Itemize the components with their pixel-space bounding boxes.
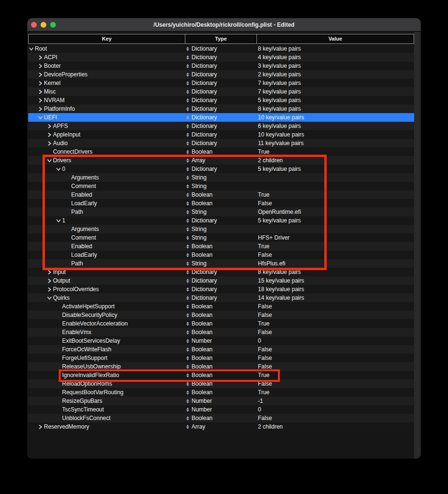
table-row[interactable]: ForceOcWriteFlash Boolean False: [28, 345, 414, 354]
table-row[interactable]: DeviceProperties Dictionary 2 key/value …: [28, 70, 414, 79]
table-row[interactable]: LoadEarly Boolean False: [28, 199, 414, 208]
table-row[interactable]: ExitBootServicesDelay Number 0: [28, 336, 414, 345]
table-row[interactable]: PlatformInfo Dictionary 8 key/value pair…: [28, 105, 414, 113]
value-label[interactable]: False: [258, 329, 272, 336]
value-label[interactable]: 8 key/value pairs: [258, 269, 301, 275]
value-label[interactable]: 5 key/value pairs: [258, 166, 301, 172]
updown-stepper-icon[interactable]: [186, 116, 189, 120]
table-row[interactable]: DisableSecurityPolicy Boolean False: [28, 311, 414, 319]
value-label[interactable]: 2 children: [258, 157, 283, 164]
chevron-right-icon[interactable]: [47, 270, 52, 274]
updown-stepper-icon[interactable]: [186, 253, 189, 257]
chevron-right-icon[interactable]: [47, 287, 52, 292]
updown-stepper-icon[interactable]: [186, 158, 189, 163]
table-row[interactable]: Root Dictionary 8 key/value pairs: [28, 44, 414, 53]
table-row[interactable]: ResizeGpuBars Number -1: [28, 397, 414, 405]
table-row[interactable]: UEFI Dictionary 10 key/value pairs: [28, 113, 414, 122]
updown-stepper-icon[interactable]: [186, 322, 189, 326]
table-row[interactable]: Enabled Boolean True: [28, 242, 414, 251]
updown-stepper-icon[interactable]: [186, 141, 189, 146]
table-row[interactable]: LoadEarly Boolean False: [28, 251, 414, 259]
table-row[interactable]: Audio Dictionary 11 key/value pairs: [28, 139, 414, 147]
value-label[interactable]: 0: [258, 337, 261, 344]
updown-stepper-icon[interactable]: [186, 55, 189, 60]
updown-stepper-icon[interactable]: [186, 201, 189, 206]
value-label[interactable]: 3 key/value pairs: [258, 63, 301, 69]
updown-stepper-icon[interactable]: [186, 193, 189, 197]
table-row[interactable]: Enabled Boolean True: [28, 190, 414, 199]
updown-stepper-icon[interactable]: [186, 399, 189, 403]
chevron-right-icon[interactable]: [38, 90, 43, 94]
value-label[interactable]: 10 key/value pairs: [258, 114, 304, 121]
table-row[interactable]: Drivers Array 2 children: [28, 156, 414, 165]
chevron-right-icon[interactable]: [47, 133, 52, 137]
chevron-right-icon[interactable]: [38, 425, 43, 429]
value-label[interactable]: 2 children: [258, 423, 283, 430]
table-row[interactable]: ConnectDrivers Boolean True: [28, 147, 414, 156]
table-row[interactable]: NVRAM Dictionary 5 key/value pairs: [28, 96, 414, 105]
column-header-key[interactable]: Key: [29, 34, 185, 43]
value-label[interactable]: 18 key/value pairs: [258, 286, 304, 293]
updown-stepper-icon[interactable]: [186, 305, 189, 309]
chevron-right-icon[interactable]: [38, 73, 43, 77]
value-label[interactable]: True: [258, 372, 269, 378]
table-row[interactable]: Path String HfsPlus.efi: [28, 259, 414, 268]
table-row[interactable]: Arguments String: [28, 225, 414, 233]
updown-stepper-icon[interactable]: [186, 390, 189, 395]
chevron-down-icon[interactable]: [29, 47, 33, 51]
updown-stepper-icon[interactable]: [186, 47, 189, 51]
value-label[interactable]: False: [258, 415, 272, 421]
value-label[interactable]: 5 key/value pairs: [258, 217, 301, 224]
updown-stepper-icon[interactable]: [186, 244, 189, 249]
updown-stepper-icon[interactable]: [186, 416, 189, 420]
table-row[interactable]: ActivateHpetSupport Boolean False: [28, 302, 414, 311]
value-label[interactable]: OpenRuntime.efi: [258, 209, 301, 215]
table-row[interactable]: ReloadOptionRoms Boolean False: [28, 379, 414, 388]
table-row[interactable]: Input Dictionary 8 key/value pairs: [28, 268, 414, 276]
value-label[interactable]: False: [258, 355, 272, 361]
table-row[interactable]: Misc Dictionary 7 key/value pairs: [28, 87, 414, 96]
updown-stepper-icon[interactable]: [186, 90, 189, 94]
table-row[interactable]: Quirks Dictionary 14 key/value pairs: [28, 294, 414, 302]
chevron-right-icon[interactable]: [38, 81, 43, 85]
value-label[interactable]: 10 key/value pairs: [258, 131, 304, 138]
table-row[interactable]: Comment String HFS+ Driver: [28, 233, 414, 242]
value-label[interactable]: 14 key/value pairs: [258, 294, 304, 301]
updown-stepper-icon[interactable]: [186, 81, 189, 85]
updown-stepper-icon[interactable]: [186, 107, 189, 111]
updown-stepper-icon[interactable]: [186, 373, 189, 378]
updown-stepper-icon[interactable]: [186, 365, 189, 369]
chevron-down-icon[interactable]: [56, 167, 61, 171]
value-label[interactable]: 15 key/value pairs: [258, 277, 304, 284]
updown-stepper-icon[interactable]: [186, 425, 189, 429]
updown-stepper-icon[interactable]: [186, 176, 189, 180]
updown-stepper-icon[interactable]: [186, 313, 189, 317]
value-label[interactable]: False: [258, 363, 272, 370]
value-label[interactable]: False: [258, 252, 272, 258]
value-label[interactable]: True: [258, 191, 269, 198]
updown-stepper-icon[interactable]: [186, 210, 189, 214]
value-label[interactable]: -1: [258, 398, 263, 404]
chevron-down-icon[interactable]: [56, 219, 61, 223]
updown-stepper-icon[interactable]: [186, 98, 189, 103]
table-row[interactable]: APFS Dictionary 6 key/value pairs: [28, 122, 414, 130]
value-label[interactable]: HFS+ Driver: [258, 234, 289, 241]
table-row[interactable]: ForgeUefiSupport Boolean False: [28, 354, 414, 362]
value-label[interactable]: 8 key/value pairs: [258, 105, 301, 112]
value-label[interactable]: 0: [258, 406, 261, 413]
column-header-value[interactable]: Value: [257, 34, 414, 43]
updown-stepper-icon[interactable]: [186, 219, 189, 223]
table-row[interactable]: Arguments String: [28, 173, 414, 182]
chevron-right-icon[interactable]: [38, 107, 43, 111]
table-row[interactable]: ProtocolOverrides Dictionary 18 key/valu…: [28, 285, 414, 294]
scrollbar-track[interactable]: [414, 32, 421, 459]
updown-stepper-icon[interactable]: [186, 287, 189, 292]
table-row[interactable]: Output Dictionary 15 key/value pairs: [28, 276, 414, 285]
window-titlebar[interactable]: /Users/yuichiro/Desktop/rickroll/config.…: [27, 18, 421, 32]
value-label[interactable]: 4 key/value pairs: [258, 54, 301, 61]
value-label[interactable]: 8 key/value pairs: [258, 45, 301, 52]
value-label[interactable]: 5 key/value pairs: [258, 97, 301, 104]
updown-stepper-icon[interactable]: [186, 227, 189, 231]
value-label[interactable]: 6 key/value pairs: [258, 123, 301, 129]
value-label[interactable]: True: [258, 243, 269, 250]
